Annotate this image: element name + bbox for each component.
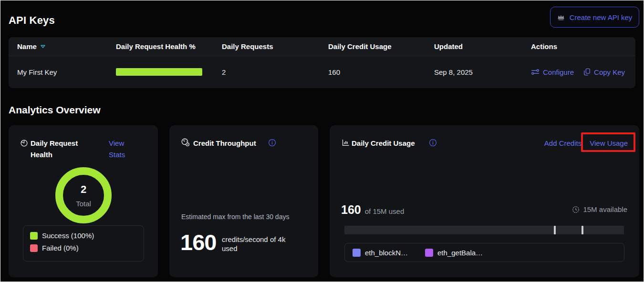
- daily-credit-usage-value: 160: [328, 68, 434, 76]
- analytics-overview-title: Analytics Overview: [9, 104, 101, 116]
- configure-link[interactable]: Configure: [531, 68, 574, 76]
- daily-credit-usage-card: Daily Credit Usage Add Credits View Usag…: [330, 125, 639, 277]
- daily-request-health-card: Daily Request Health View Stats 2 Total …: [9, 125, 158, 277]
- updated-value: Sep 8, 2025: [434, 68, 531, 76]
- failed-swatch: [30, 244, 38, 252]
- column-header-daily-credit-usage: Daily Credit Usage: [328, 42, 434, 50]
- success-swatch: [30, 232, 38, 240]
- table-header-row: Name Daily Request Health % Daily Reques…: [9, 37, 635, 56]
- column-header-health: Daily Request Health %: [116, 42, 222, 50]
- add-credits-link[interactable]: Add Credits: [544, 138, 582, 149]
- actions-cell: Configure Copy Key: [531, 68, 635, 76]
- daily-requests-value: 2: [222, 68, 328, 76]
- api-dashboard: API Keys Create new API key Name Daily R…: [0, 0, 644, 282]
- page-title: API Keys: [9, 14, 55, 27]
- info-icon[interactable]: [429, 139, 437, 147]
- sliders-icon: [531, 69, 540, 75]
- method-swatch: [425, 249, 433, 257]
- view-usage-link[interactable]: View Usage: [590, 138, 628, 149]
- throughput-unit-label: credits/second of 4k used: [222, 235, 301, 253]
- table-row: My First Key 2 160 Sep 8, 2025 Configure: [9, 56, 635, 88]
- card-title-daily-request-health: Daily Request Health: [31, 138, 89, 161]
- info-icon[interactable]: [268, 139, 276, 147]
- health-bar-cell: [116, 68, 222, 76]
- credits-used-label: of 15M used: [365, 207, 405, 215]
- legend-item-eth-getbalance: eth_getBala…: [425, 249, 498, 257]
- view-stats-link[interactable]: View Stats: [109, 138, 134, 161]
- crown-icon: [557, 14, 565, 20]
- bar-chart-icon: [342, 139, 350, 147]
- create-api-key-label: Create new API key: [570, 13, 633, 21]
- donut-total-label: Total: [55, 200, 112, 208]
- credits-available-label: 15M available: [583, 205, 627, 213]
- card-title-daily-credit-usage: Daily Credit Usage: [352, 138, 415, 149]
- api-keys-table: Name Daily Request Health % Daily Reques…: [9, 37, 635, 88]
- column-header-daily-requests: Daily Requests: [222, 42, 328, 50]
- donut-total-value: 2: [55, 183, 112, 196]
- copy-key-link[interactable]: Copy Key: [583, 68, 625, 76]
- column-header-name[interactable]: Name: [17, 42, 116, 50]
- progress-tick: [582, 226, 583, 234]
- usage-legend: eth_blockN… eth_getBala…: [344, 243, 624, 262]
- health-legend: Success (100%) Failed (0%): [23, 225, 144, 262]
- credit-throughput-card: Credit Throughput Estimated max from the…: [169, 125, 318, 277]
- legend-item-failed: Failed (0%): [30, 244, 137, 252]
- usage-summary: 160 of 15M used: [341, 203, 404, 217]
- pie-chart-icon: [20, 139, 28, 147]
- progress-tick: [554, 226, 556, 234]
- create-api-key-button[interactable]: Create new API key: [550, 7, 639, 28]
- throughput-value: 160: [180, 229, 216, 255]
- credits-used-value: 160: [341, 203, 361, 217]
- gauge-icon: [181, 138, 190, 147]
- health-percentage-bar: [116, 68, 202, 76]
- credits-available: 15M available: [572, 205, 627, 213]
- copy-icon: [583, 68, 591, 76]
- credit-usage-progress-bar: [344, 226, 624, 234]
- column-header-actions: Actions: [531, 42, 635, 50]
- method-swatch: [353, 249, 361, 257]
- legend-item-eth-blocknumber: eth_blockN…: [353, 249, 425, 257]
- clock-icon: [572, 206, 580, 213]
- key-name: My First Key: [17, 68, 116, 76]
- sort-descending-icon: [40, 44, 46, 49]
- card-title-credit-throughput: Credit Throughput: [193, 138, 256, 149]
- legend-item-success: Success (100%): [30, 232, 137, 240]
- usage-card-links: Add Credits View Usage: [544, 138, 628, 149]
- throughput-subtitle: Estimated max from the last 30 days: [181, 213, 289, 221]
- column-header-updated: Updated: [434, 42, 531, 50]
